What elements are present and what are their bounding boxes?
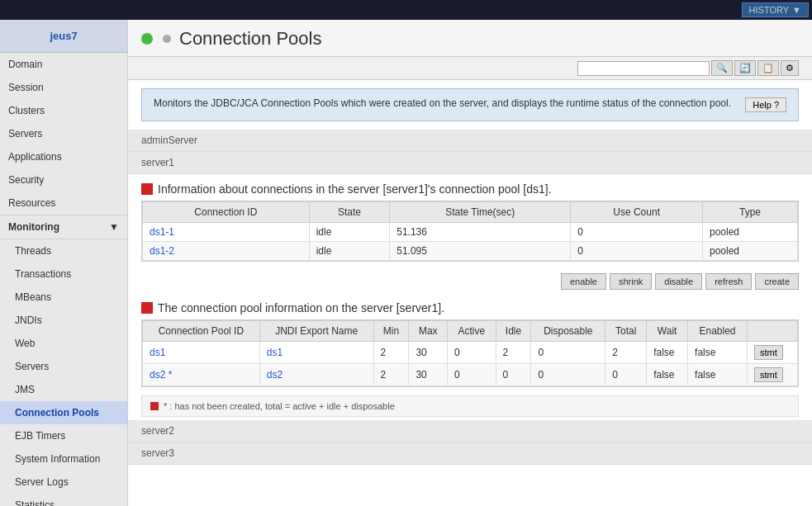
connections-table-header: Connection ID State State Time(sec) Use … xyxy=(143,202,798,223)
sidebar-item-statistics[interactable]: Statistics xyxy=(0,494,127,506)
pool-col-disposable: Disposable xyxy=(531,321,605,342)
connection-action-bar: enable shrink disable refresh create xyxy=(128,270,812,293)
sidebar: jeus7 Domain Session Clusters Servers Ap… xyxy=(0,20,128,506)
sidebar-item-servers-sub[interactable]: Servers xyxy=(0,355,127,378)
pool-title-text: The connection pool information on the s… xyxy=(158,301,444,314)
pool-jndi-cell[interactable]: ds2 xyxy=(259,364,373,386)
sidebar-item-monitoring[interactable]: Monitoring ▼ xyxy=(0,215,127,239)
stmt-button[interactable]: stmt xyxy=(754,345,783,360)
sidebar-item-connection-pools[interactable]: Connection Pools xyxy=(0,401,127,424)
sidebar-monitoring-items: Threads Transactions MBeans JNDIs Web Se… xyxy=(0,239,127,506)
pool-total-cell: 0 xyxy=(605,364,647,386)
pool-min-cell: 2 xyxy=(373,342,409,364)
info-text: Monitors the JDBC/JCA Connection Pools w… xyxy=(154,97,731,109)
sidebar-item-web[interactable]: Web xyxy=(0,332,127,355)
pool-active-cell: 0 xyxy=(448,364,496,386)
shrink-button[interactable]: shrink xyxy=(610,273,652,290)
section-icon-connections xyxy=(141,183,153,195)
admin-server-row[interactable]: adminServer xyxy=(128,130,812,152)
pool-enabled-cell: false xyxy=(688,342,748,364)
sidebar-item-domain[interactable]: Domain xyxy=(0,53,127,76)
state-time-cell: 51.136 xyxy=(390,223,571,242)
help-button[interactable]: Help ? xyxy=(745,97,786,112)
table-row: ds1-1 idle 51.136 0 pooled xyxy=(143,223,798,242)
sidebar-item-jms[interactable]: JMS xyxy=(0,378,127,401)
pool-col-jndi: JNDI Export Name xyxy=(259,321,373,342)
pool-table: Connection Pool ID JNDI Export Name Min … xyxy=(142,320,798,386)
pool-col-min: Min xyxy=(373,321,409,342)
pool-col-total: Total xyxy=(605,321,647,342)
page-title: Connection Pools xyxy=(179,28,321,50)
pool-disposable-cell: 0 xyxy=(531,364,605,386)
sidebar-item-system-info[interactable]: System Information xyxy=(0,447,127,471)
pool-wait-cell: false xyxy=(647,364,688,386)
state-cell: idle xyxy=(309,242,390,261)
pool-col-active: Active xyxy=(448,321,496,342)
note-text: * : has not been created, total = active… xyxy=(164,401,395,411)
history-button[interactable]: HISTORY ▼ xyxy=(742,2,809,17)
settings-icon-btn[interactable]: ⚙ xyxy=(781,60,799,76)
sidebar-item-mbeans[interactable]: MBeans xyxy=(0,286,127,309)
top-bar: HISTORY ▼ xyxy=(0,0,812,20)
server3-row[interactable]: server3 xyxy=(128,442,812,465)
col-type: Type xyxy=(703,202,798,223)
table-row: ds2 * ds2 2 30 0 0 0 0 false false stmt xyxy=(143,364,798,386)
enable-button[interactable]: enable xyxy=(561,273,606,290)
toolbar: 🔍 🔄 📋 ⚙ xyxy=(128,57,812,80)
sidebar-title[interactable]: jeus7 xyxy=(0,20,127,53)
pool-idle-cell: 2 xyxy=(496,342,531,364)
col-connection-id: Connection ID xyxy=(143,202,310,223)
table-row: ds1-2 idle 51.095 0 pooled xyxy=(143,242,798,261)
connections-table-container: Connection ID State State Time(sec) Use … xyxy=(141,201,799,262)
pool-id-cell[interactable]: ds2 * xyxy=(143,364,260,386)
refresh-icon-btn[interactable]: 🔄 xyxy=(734,60,756,76)
connections-table: Connection ID State State Time(sec) Use … xyxy=(142,201,798,261)
pool-jndi-cell[interactable]: ds1 xyxy=(259,342,373,364)
main-layout: jeus7 Domain Session Clusters Servers Ap… xyxy=(0,20,812,506)
connections-title-text: Information about connections in the ser… xyxy=(158,182,552,196)
connection-id-cell[interactable]: ds1-1 xyxy=(143,223,310,242)
col-use-count: Use Count xyxy=(571,202,703,223)
pool-stmt-cell: stmt xyxy=(747,342,797,364)
pool-wait-cell: false xyxy=(647,342,688,364)
sidebar-section-main: Domain Session Clusters Servers Applicat… xyxy=(0,53,127,215)
monitoring-chevron-icon: ▼ xyxy=(109,221,119,233)
monitoring-label: Monitoring xyxy=(8,221,59,233)
pool-col-wait: Wait xyxy=(647,321,688,342)
sidebar-item-servers[interactable]: Servers xyxy=(0,122,127,145)
content-header: Connection Pools xyxy=(128,20,812,57)
create-button[interactable]: create xyxy=(755,273,799,290)
server2-row[interactable]: server2 xyxy=(128,420,812,442)
history-label: HISTORY xyxy=(749,5,790,15)
table-row: ds1 ds1 2 30 0 2 0 2 false false stmt xyxy=(143,342,798,364)
section-icon-pool xyxy=(141,302,153,314)
sidebar-item-transactions[interactable]: Transactions xyxy=(0,262,127,286)
sidebar-item-server-logs[interactable]: Server Logs xyxy=(0,471,127,494)
sidebar-item-clusters[interactable]: Clusters xyxy=(0,99,127,122)
info-box: Monitors the JDBC/JCA Connection Pools w… xyxy=(141,88,799,121)
disable-button[interactable]: disable xyxy=(655,273,702,290)
search-input[interactable] xyxy=(577,61,710,76)
export-icon-btn[interactable]: 📋 xyxy=(757,60,779,76)
pool-col-idle: Idle xyxy=(496,321,531,342)
server1-row[interactable]: server1 xyxy=(128,152,812,174)
sidebar-item-resources[interactable]: Resources xyxy=(0,192,127,215)
search-button[interactable]: 🔍 xyxy=(711,60,733,76)
pool-col-id: Connection Pool ID xyxy=(143,321,260,342)
use-count-cell: 0 xyxy=(571,242,703,261)
connection-id-cell[interactable]: ds1-2 xyxy=(143,242,310,261)
pool-min-cell: 2 xyxy=(373,364,409,386)
sidebar-item-security[interactable]: Security xyxy=(0,168,127,192)
sidebar-item-jndis[interactable]: JNDIs xyxy=(0,309,127,332)
stmt-button[interactable]: stmt xyxy=(754,367,783,382)
refresh-button[interactable]: refresh xyxy=(705,273,752,290)
status-gray-dot xyxy=(163,35,171,43)
pool-max-cell: 30 xyxy=(409,342,448,364)
sidebar-item-threads[interactable]: Threads xyxy=(0,239,127,262)
sidebar-item-applications[interactable]: Applications xyxy=(0,145,127,168)
content-area: Connection Pools 🔍 🔄 📋 ⚙ Monitors the JD… xyxy=(128,20,812,506)
pool-col-max: Max xyxy=(409,321,448,342)
sidebar-item-ejb-timers[interactable]: EJB Timers xyxy=(0,424,127,447)
sidebar-item-session[interactable]: Session xyxy=(0,76,127,99)
pool-id-cell[interactable]: ds1 xyxy=(143,342,260,364)
